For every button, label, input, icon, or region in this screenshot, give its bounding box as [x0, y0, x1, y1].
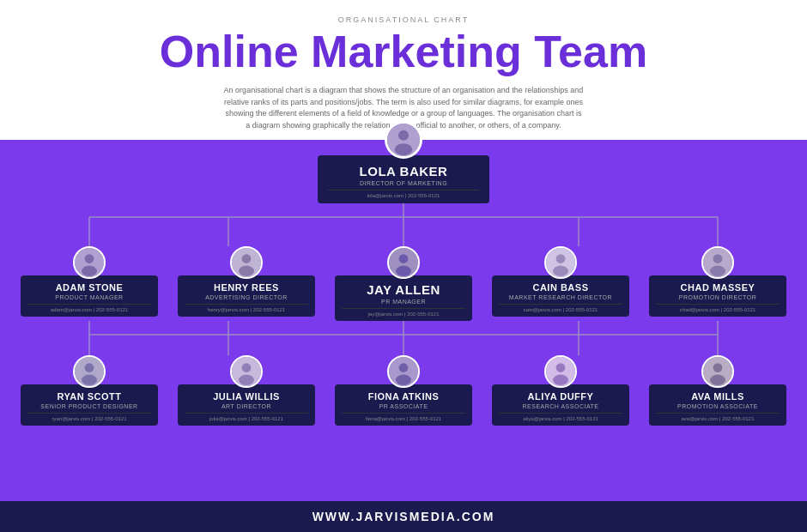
svg-point-49 [713, 363, 723, 372]
julia-willis-name: JULIA WILLIS [185, 391, 308, 402]
avatar-julia-willis [230, 355, 263, 388]
row1-container: ADAM STONE PRODUCT MANAGER adam@jarvis.c… [17, 203, 790, 321]
jay-allen-contact: jay@jarvis.com | 202-555-0121 [342, 308, 465, 317]
cain-bass-title: MARKET RESEARCH DIRECTOR [499, 294, 622, 300]
main-title: Online Marketing Team [17, 27, 790, 76]
adam-stone-title: PRODUCT MANAGER [27, 294, 151, 300]
card-lola-baker: LOLA BAKER DIRECTOR OF MARKETING lola@ja… [318, 155, 489, 203]
julia-willis-title: ART DIRECTOR [185, 403, 308, 409]
svg-point-24 [710, 266, 725, 277]
node-ava-mills: AVA MILLS PROMOTION ASSOCIATE ava@jarvis… [646, 355, 790, 426]
chart-section: LOLA BAKER DIRECTOR OF MARKETING lola@ja… [0, 140, 807, 501]
card-henry-rees: HENRY REES ADVERTISING DIRECTOR henry@ja… [178, 275, 315, 317]
card-cain-bass: CAIN BASS MARKET RESEARCH DIRECTOR cain@… [492, 275, 629, 317]
svg-point-14 [242, 254, 252, 263]
card-julia-willis: JULIA WILLIS ART DIRECTOR julia@jarvis.c… [178, 384, 315, 426]
card-aliya-duffy: ALIYA DUFFY RESEARCH ASSOCIATE aliya@jar… [492, 384, 629, 426]
ryan-scott-contact: ryan@jarvis.com | 202-555-0121 [27, 413, 151, 421]
connector-lines-row1 [17, 203, 790, 246]
card-jay-allen: JAY ALLEN PR MANAGER jay@jarvis.com | 20… [335, 275, 472, 321]
svg-point-2 [395, 144, 413, 156]
card-fiona-atkins: FIONA ATKINS PR ASSOCIATE fiona@jarvis.c… [335, 384, 472, 426]
avatar-ryan-scott [73, 355, 106, 388]
svg-point-41 [239, 375, 254, 386]
avatar-henry-rees [230, 246, 263, 279]
adam-stone-contact: adam@jarvis.com | 202-555-0121 [27, 304, 151, 312]
connector-lines-row2 [17, 321, 790, 355]
fiona-atkins-title: PR ASSOCIATE [342, 403, 465, 409]
avatar-jay-allen [387, 246, 420, 279]
card-adam-stone: ADAM STONE PRODUCT MANAGER adam@jarvis.c… [21, 275, 158, 317]
svg-point-1 [398, 130, 409, 141]
avatar-ava-mills [701, 355, 734, 388]
svg-point-40 [242, 363, 252, 372]
svg-point-50 [710, 375, 725, 386]
ava-mills-title: PROMOTION ASSOCIATE [656, 403, 780, 409]
aliya-duffy-title: RESEARCH ASSOCIATE [499, 403, 622, 409]
adam-stone-name: ADAM STONE [27, 282, 151, 293]
svg-point-43 [399, 363, 409, 372]
chad-massey-name: CHAD MASSEY [656, 282, 780, 293]
node-chad-massey: CHAD MASSEY PROMOTION DIRECTOR chad@jarv… [646, 246, 790, 321]
header-section: ORGANISATIONAL CHART Online Marketing Te… [0, 0, 807, 140]
jay-allen-title: PR MANAGER [342, 299, 465, 305]
node-cain-bass: CAIN BASS MARKET RESEARCH DIRECTOR cain@… [488, 246, 633, 321]
avatar-aliya-duffy [544, 355, 577, 388]
fiona-atkins-contact: fiona@jarvis.com | 202-555-0121 [342, 413, 465, 421]
ava-mills-contact: ava@jarvis.com | 202-555-0121 [656, 413, 780, 421]
top-node-wrapper: LOLA BAKER DIRECTOR OF MARKETING lola@ja… [318, 121, 489, 203]
lola-baker-name: LOLA BAKER [328, 164, 479, 178]
card-ryan-scott: RYAN SCOTT SENIOR PRODUCT DESIGNER ryan@… [21, 384, 158, 426]
card-chad-massey: CHAD MASSEY PROMOTION DIRECTOR chad@jarv… [649, 275, 786, 317]
svg-point-11 [85, 254, 94, 263]
jay-allen-name: JAY ALLEN [342, 282, 465, 297]
aliya-duffy-name: ALIYA DUFFY [499, 391, 622, 402]
avatar-chad-massey [701, 246, 734, 279]
svg-point-37 [85, 363, 94, 372]
julia-willis-contact: julia@jarvis.com | 202-555-0121 [185, 413, 308, 421]
ryan-scott-name: RYAN SCOTT [27, 391, 151, 402]
svg-point-47 [553, 375, 568, 386]
avatar-lola-baker [385, 121, 422, 159]
avatar-fiona-atkins [387, 355, 420, 388]
card-ava-mills: AVA MILLS PROMOTION ASSOCIATE ava@jarvis… [649, 384, 786, 426]
cain-bass-contact: cain@jarvis.com | 202-555-0121 [499, 304, 622, 312]
lola-baker-contact: lola@jarvis.com | 202-555-0121 [328, 190, 479, 198]
org-chart-label: ORGANISATIONAL CHART [17, 15, 790, 24]
node-fiona-atkins: FIONA ATKINS PR ASSOCIATE fiona@jarvis.c… [331, 355, 476, 426]
henry-rees-name: HENRY REES [185, 282, 308, 293]
ryan-scott-title: SENIOR PRODUCT DESIGNER [27, 403, 151, 409]
svg-point-20 [556, 254, 566, 263]
chad-massey-title: PROMOTION DIRECTOR [656, 294, 780, 300]
node-adam-stone: ADAM STONE PRODUCT MANAGER adam@jarvis.c… [17, 246, 161, 321]
svg-point-21 [553, 266, 568, 277]
lola-baker-title: DIRECTOR OF MARKETING [328, 180, 479, 186]
node-ryan-scott: RYAN SCOTT SENIOR PRODUCT DESIGNER ryan@… [17, 355, 161, 426]
svg-point-18 [396, 266, 411, 277]
svg-point-38 [82, 375, 97, 386]
svg-point-17 [399, 254, 409, 263]
henry-rees-title: ADVERTISING DIRECTOR [185, 294, 308, 300]
avatar-cain-bass [544, 246, 577, 279]
footer: WWW.JARVISMEDIA.COM [0, 501, 807, 532]
node-aliya-duffy: ALIYA DUFFY RESEARCH ASSOCIATE aliya@jar… [488, 355, 633, 426]
svg-point-44 [396, 375, 411, 386]
node-jay-allen: JAY ALLEN PR MANAGER jay@jarvis.com | 20… [331, 246, 476, 321]
page-wrapper: ORGANISATIONAL CHART Online Marketing Te… [0, 0, 807, 532]
svg-point-12 [82, 266, 97, 277]
node-julia-willis: JULIA WILLIS ART DIRECTOR julia@jarvis.c… [174, 355, 319, 426]
svg-point-23 [713, 254, 723, 263]
aliya-duffy-contact: aliya@jarvis.com | 202-555-0121 [499, 413, 622, 421]
footer-url: WWW.JARVISMEDIA.COM [9, 510, 798, 523]
fiona-atkins-name: FIONA ATKINS [342, 391, 465, 402]
row2-container: RYAN SCOTT SENIOR PRODUCT DESIGNER ryan@… [17, 321, 790, 426]
svg-point-46 [556, 363, 566, 372]
henry-rees-contact: henry@jarvis.com | 202-555-0121 [185, 304, 308, 312]
chad-massey-contact: chad@jarvis.com | 202-555-0121 [656, 304, 780, 312]
cain-bass-name: CAIN BASS [499, 282, 622, 293]
ava-mills-name: AVA MILLS [656, 391, 780, 402]
node-henry-rees: HENRY REES ADVERTISING DIRECTOR henry@ja… [174, 246, 319, 321]
svg-point-15 [239, 266, 254, 277]
avatar-adam-stone [73, 246, 106, 279]
